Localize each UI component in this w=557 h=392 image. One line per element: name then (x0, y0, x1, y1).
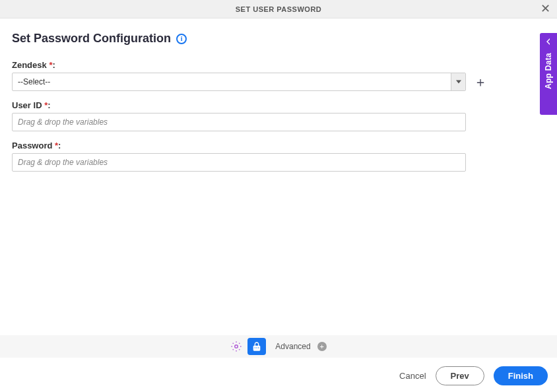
zendesk-select[interactable]: --Select-- (12, 73, 466, 91)
content-area: Set Password Configuration i Zendesk *: … (0, 18, 557, 172)
page-title-row: Set Password Configuration i (12, 32, 545, 46)
svg-point-0 (235, 345, 238, 348)
page-title: Set Password Configuration (12, 32, 171, 46)
footer: Cancel Prev Finish (399, 366, 548, 385)
gear-icon[interactable] (230, 341, 242, 352)
field-password: Password *: (12, 141, 477, 172)
user-id-label: User ID *: (12, 100, 477, 110)
lock-icon[interactable] (247, 338, 266, 355)
password-input[interactable] (12, 153, 466, 172)
add-advanced-button[interactable]: + (317, 342, 327, 351)
password-label: Password *: (12, 141, 477, 150)
required-mark: * (44, 100, 48, 110)
close-icon[interactable]: ✕ (541, 3, 550, 15)
field-user-id: User ID *: (12, 100, 477, 131)
prev-button[interactable]: Prev (436, 366, 484, 385)
field-zendesk: Zendesk *: --Select-- ＋ (12, 60, 477, 91)
chevron-left-icon (545, 38, 552, 45)
info-icon[interactable]: i (176, 34, 187, 44)
required-mark: * (55, 141, 58, 150)
cancel-button[interactable]: Cancel (399, 371, 426, 381)
finish-button[interactable]: Finish (494, 366, 548, 385)
zendesk-label: Zendesk *: (12, 60, 477, 70)
modal-title: SET USER PASSWORD (236, 5, 322, 13)
advanced-label: Advanced (275, 342, 310, 351)
chevron-down-icon[interactable] (451, 73, 465, 90)
app-data-label: App Data (544, 53, 553, 89)
user-id-input[interactable] (12, 113, 466, 131)
add-zendesk-button[interactable]: ＋ (473, 75, 488, 88)
zendesk-select-value: --Select-- (13, 73, 451, 90)
modal-header: SET USER PASSWORD ✕ (0, 0, 557, 18)
step-bar: Advanced + (0, 335, 557, 358)
app-data-tab[interactable]: App Data (540, 33, 557, 115)
required-mark: * (49, 60, 52, 70)
